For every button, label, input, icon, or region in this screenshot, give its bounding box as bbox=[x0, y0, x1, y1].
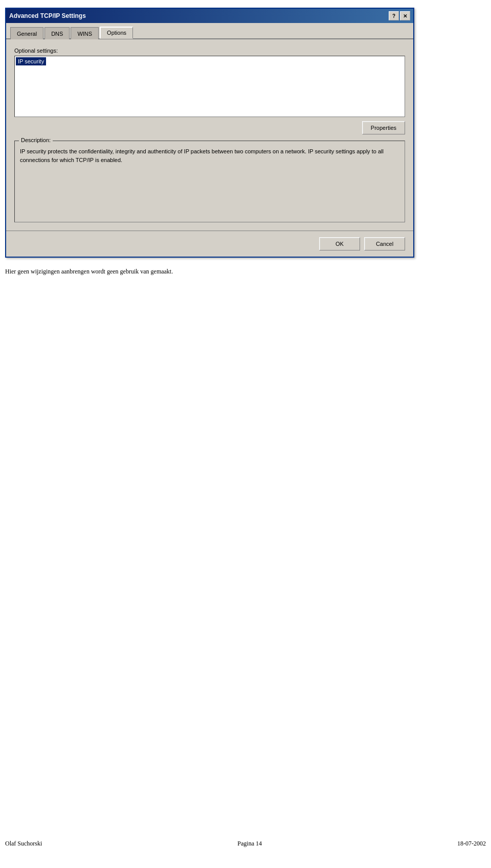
tab-options-content: Optional settings: IP security Propertie… bbox=[6, 39, 413, 231]
tab-wins-label: WINS bbox=[77, 31, 92, 37]
optional-settings-listbox[interactable]: IP security bbox=[14, 56, 405, 117]
tab-options[interactable]: Options bbox=[100, 27, 133, 39]
help-button[interactable]: ? bbox=[389, 11, 399, 20]
description-label: Description: bbox=[19, 137, 53, 143]
window-title: Advanced TCP/IP Settings bbox=[9, 12, 86, 19]
footer-page: Pagina 14 bbox=[237, 840, 262, 848]
footer-author: Olaf Suchorski bbox=[5, 840, 42, 848]
tab-general[interactable]: General bbox=[10, 27, 43, 39]
properties-btn-row: Properties bbox=[14, 121, 405, 134]
tab-options-label: Options bbox=[107, 30, 126, 36]
properties-button[interactable]: Properties bbox=[362, 121, 405, 134]
note-text: Hier geen wijzigingen aanbrengen wordt g… bbox=[5, 268, 173, 276]
description-groupbox: Description: IP security protects the co… bbox=[14, 141, 405, 222]
ok-button[interactable]: OK bbox=[319, 237, 360, 250]
tab-wins[interactable]: WINS bbox=[71, 27, 99, 39]
close-button[interactable]: ✕ bbox=[400, 11, 410, 20]
advanced-tcpip-settings-window: Advanced TCP/IP Settings ? ✕ General DNS… bbox=[5, 8, 414, 258]
page-footer: Olaf Suchorski Pagina 14 18-07-2002 bbox=[5, 840, 486, 848]
description-text: IP security protects the confidentiality… bbox=[20, 147, 399, 164]
tab-general-label: General bbox=[17, 31, 37, 37]
tab-strip: General DNS WINS Options bbox=[6, 23, 413, 39]
list-item-ip-security[interactable]: IP security bbox=[16, 57, 46, 65]
bottom-btn-row: OK Cancel bbox=[6, 231, 413, 257]
tab-dns-label: DNS bbox=[51, 31, 63, 37]
optional-settings-label: Optional settings: bbox=[14, 48, 405, 54]
title-bar: Advanced TCP/IP Settings ? ✕ bbox=[6, 9, 413, 23]
tab-dns[interactable]: DNS bbox=[44, 27, 70, 39]
cancel-button[interactable]: Cancel bbox=[364, 237, 405, 250]
window-controls: ? ✕ bbox=[389, 11, 410, 20]
footer-date: 18-07-2002 bbox=[457, 840, 486, 848]
